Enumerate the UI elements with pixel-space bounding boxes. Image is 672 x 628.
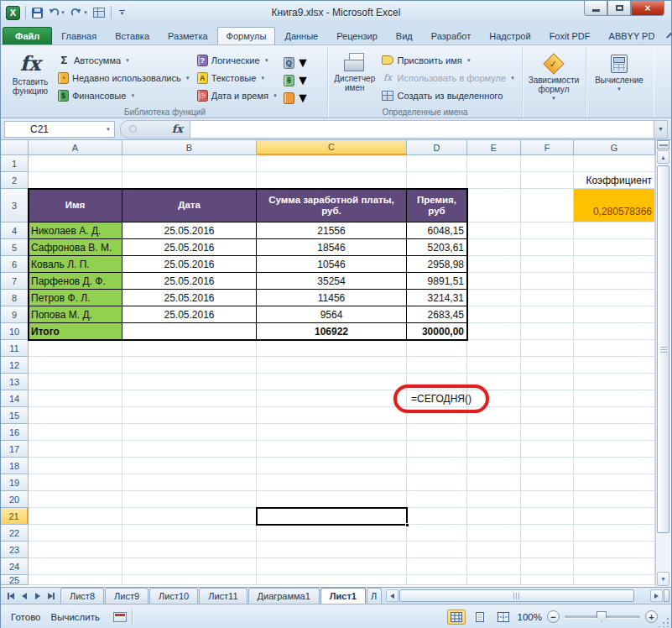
cell-B12[interactable] — [122, 357, 257, 374]
cell-G5[interactable] — [574, 239, 655, 256]
collapse-ribbon-icon[interactable] — [666, 32, 672, 41]
zoom-level[interactable]: 100% — [518, 612, 542, 622]
row-header-6[interactable]: 6 — [1, 256, 29, 273]
insert-function-bar-button[interactable]: fx — [120, 120, 190, 139]
cell-C3[interactable]: Сумма заработной платы, руб. — [257, 189, 407, 222]
row-header-2[interactable]: 2 — [1, 172, 29, 189]
row-header-8[interactable]: 8 — [1, 290, 29, 306]
cell-C2[interactable] — [257, 172, 407, 189]
cell-B2[interactable] — [122, 172, 257, 189]
row-header-10[interactable]: 10 — [1, 323, 29, 340]
cell-C17[interactable] — [257, 441, 407, 458]
cell-D23[interactable] — [407, 542, 467, 558]
cell-G16[interactable] — [574, 424, 655, 441]
cell-F13[interactable] — [521, 374, 574, 390]
cell-F17[interactable] — [521, 441, 574, 458]
cell-C10[interactable]: 106922 — [257, 323, 407, 340]
maximize-button[interactable] — [607, 1, 631, 16]
undo-dropdown-arrow[interactable]: ▼ — [60, 10, 65, 15]
cell-A10[interactable]: Итого — [29, 323, 122, 340]
fill-handle[interactable] — [405, 523, 409, 527]
cell-A23[interactable] — [29, 542, 122, 558]
cell-E23[interactable] — [467, 542, 521, 558]
tab-split-handle[interactable] — [664, 589, 669, 602]
sheet-tab-partial[interactable]: Л — [367, 588, 382, 604]
cell-D25[interactable] — [407, 575, 467, 585]
cell-A21[interactable] — [29, 508, 122, 525]
cell-A13[interactable] — [29, 374, 122, 390]
cell-A20[interactable] — [29, 491, 122, 508]
menu-item-Дата и время[interactable]: ◷Дата и время▼ — [194, 86, 281, 104]
cell-D20[interactable] — [407, 491, 467, 508]
menu-item-Недавно использовались[interactable]: ◔Недавно использовались▼ — [55, 69, 194, 86]
cell-G25[interactable] — [574, 575, 655, 585]
cell-A2[interactable] — [29, 172, 122, 189]
ribbon-tab-data[interactable]: Данные — [275, 27, 327, 44]
cell-D1[interactable] — [407, 155, 467, 172]
ribbon-tab-formulas[interactable]: Формулы — [217, 27, 276, 44]
cell-D24[interactable] — [407, 558, 467, 575]
expand-formula-bar-button[interactable]: ▼ — [654, 120, 668, 139]
cell-F2[interactable] — [521, 172, 574, 189]
cell-C8[interactable]: 11456 — [257, 290, 407, 306]
row-header-14[interactable]: 14 — [1, 390, 29, 407]
selected-cell-outline[interactable] — [256, 507, 408, 526]
cell-C9[interactable]: 9564 — [257, 306, 407, 323]
cell-C11[interactable] — [257, 340, 407, 357]
cell-F1[interactable] — [521, 155, 574, 172]
previous-sheet-button[interactable] — [18, 589, 30, 602]
cell-G4[interactable] — [574, 222, 655, 239]
cell-B8[interactable]: 25.05.2016 — [122, 290, 257, 306]
row-header-18[interactable]: 18 — [1, 458, 29, 474]
menu-item-Присвоить имя[interactable]: Присвоить имя▼ — [378, 51, 518, 69]
cell-G18[interactable] — [574, 458, 655, 474]
cell-D4[interactable]: 6048,15 — [407, 222, 467, 239]
calculation-button[interactable]: Вычисление ▼ — [590, 49, 649, 106]
scroll-up-button[interactable]: ▲ — [657, 150, 669, 164]
cell-B16[interactable] — [122, 424, 257, 441]
close-button[interactable]: × — [631, 1, 664, 16]
cell-E24[interactable] — [467, 558, 521, 575]
cell-D10[interactable]: 30000,00 — [407, 323, 467, 340]
cell-F24[interactable] — [521, 558, 574, 575]
cell-E25[interactable] — [467, 575, 521, 585]
row-header-24[interactable]: 24 — [1, 558, 29, 575]
ribbon-tab-file[interactable]: Файл — [3, 27, 52, 44]
row-header-1[interactable]: 1 — [1, 155, 29, 172]
cell-C4[interactable]: 21556 — [257, 222, 407, 239]
row-header-17[interactable]: 17 — [1, 441, 29, 458]
row-header-7[interactable]: 7 — [1, 273, 29, 290]
cell-E11[interactable] — [467, 340, 521, 357]
cell-F6[interactable] — [521, 256, 574, 273]
cell-E8[interactable] — [467, 290, 521, 306]
normal-view-button[interactable] — [447, 610, 466, 625]
cell-B7[interactable]: 25.05.2016 — [122, 273, 257, 290]
cell-D17[interactable] — [407, 441, 467, 458]
cell-C25[interactable] — [257, 575, 407, 585]
cell-A25[interactable] — [29, 575, 122, 585]
cell-B5[interactable]: 25.05.2016 — [122, 239, 257, 256]
cell-F4[interactable] — [521, 222, 574, 239]
minimize-button[interactable] — [584, 1, 607, 16]
scroll-right-button[interactable] — [650, 589, 663, 602]
column-header-E[interactable]: E — [467, 140, 521, 155]
cell-A16[interactable] — [29, 424, 122, 441]
ribbon-tab-insert[interactable]: Вставка — [106, 27, 159, 44]
cell-G23[interactable] — [574, 542, 655, 558]
cell-E12[interactable] — [467, 357, 521, 374]
cell-B14[interactable] — [122, 390, 257, 407]
insert-function-button[interactable]: fx Вставить функцию — [6, 49, 55, 106]
row-header-11[interactable]: 11 — [1, 340, 29, 357]
cell-G19[interactable] — [574, 474, 655, 491]
row-header-13[interactable]: 13 — [1, 374, 29, 390]
sheet-tab-3-Лист10[interactable]: Лист10 — [149, 588, 198, 604]
cell-A22[interactable] — [29, 525, 122, 542]
column-header-B[interactable]: B — [122, 140, 257, 155]
icon-button-more-functions-icon[interactable]: ▼ — [281, 89, 312, 107]
cell-D22[interactable] — [407, 525, 467, 542]
sheet-tab-2-Лист9[interactable]: Лист9 — [105, 588, 148, 604]
row-header-12[interactable]: 12 — [1, 357, 29, 374]
cell-A3[interactable]: Имя — [29, 189, 122, 222]
zoom-slider-thumb[interactable] — [596, 611, 607, 622]
cell-A8[interactable]: Петров Ф. Л. — [29, 290, 122, 306]
